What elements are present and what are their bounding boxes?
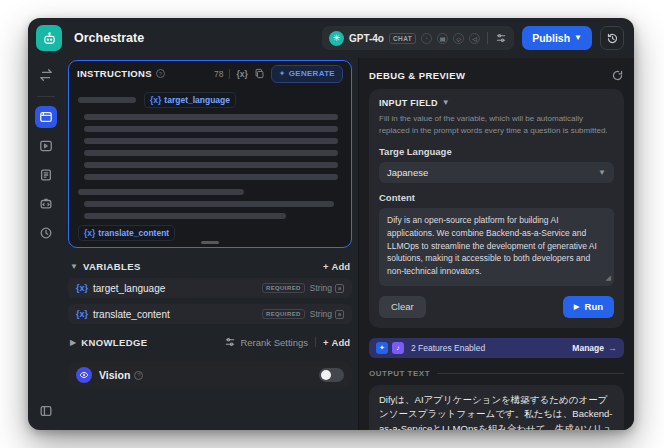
redacted-text-bar [84, 126, 338, 132]
features-count-label: 2 Features Enabled [411, 343, 485, 353]
manage-features-link[interactable]: Manage → [572, 343, 617, 353]
publish-label: Publish [532, 32, 570, 44]
redacted-text-bar [84, 114, 338, 120]
instructions-body[interactable]: {x}target_language {x}translate_content [69, 86, 351, 241]
switch-app-button[interactable] [35, 64, 57, 86]
variable-chip-translate-content[interactable]: {x}translate_content [78, 225, 175, 241]
sliders-icon [224, 336, 236, 348]
variables-section-header: ▼ VARIABLES +Add [68, 254, 352, 278]
string-type-icon: a [335, 310, 344, 319]
play-icon: ▶ [574, 302, 580, 311]
chevron-right-icon[interactable]: ▶ [70, 338, 76, 347]
nav-logs[interactable] [35, 164, 57, 186]
instructions-title: INSTRUCTIONS [77, 68, 152, 79]
copy-icon[interactable] [254, 68, 265, 79]
resize-corner-icon[interactable]: ◢ [606, 273, 611, 284]
sparkle-icon: ✦ [279, 69, 286, 78]
chat-mode-badge: CHAT [389, 33, 416, 44]
variable-row-target-language[interactable]: {x} target_language REQUIRED Stringa [68, 278, 352, 298]
variable-name: target_language [93, 283, 165, 294]
model-params-icon[interactable] [495, 32, 507, 44]
char-count: 78 [214, 69, 223, 79]
chevron-down-icon: ▼ [442, 99, 450, 107]
content-label: Content [379, 192, 614, 203]
help-icon[interactable]: ? [156, 69, 165, 78]
title-bar: Orchestrate ✳ GPT-4o CHAT ◦ ▤ ◇ ◁ Publis… [28, 18, 634, 58]
divider [487, 32, 488, 44]
chevron-down-icon: ▼ [598, 169, 606, 177]
text-to-speech-feature-icon: ♪ [392, 342, 404, 354]
variable-row-translate-content[interactable]: {x} translate_content REQUIRED Stringa [68, 304, 352, 324]
generate-button[interactable]: ✦ GENERATE [271, 65, 343, 83]
divider [37, 96, 55, 97]
target-language-select[interactable]: Japanese ▼ [379, 162, 614, 183]
selected-language: Japanese [387, 167, 428, 178]
chevron-down-icon[interactable]: ▼ [70, 262, 78, 271]
run-button[interactable]: ▶ Run [563, 296, 614, 318]
features-enabled-bar[interactable]: ✦ ♪ 2 Features Enabled Manage → [369, 338, 624, 358]
refresh-icon[interactable] [611, 69, 624, 82]
redacted-text-bar [84, 138, 338, 144]
history-icon [606, 32, 619, 45]
redacted-text-bar [84, 201, 334, 207]
variable-chip-target-language[interactable]: {x}target_language [144, 92, 236, 108]
debug-preview-panel: DEBUG & PREVIEW INPUT FIELD ▼ Fill in th… [358, 58, 634, 430]
vision-icon [76, 367, 92, 383]
required-badge: REQUIRED [262, 283, 305, 293]
content-textarea[interactable]: Dify is an open-source platform for buil… [379, 208, 614, 286]
output-text-title: OUTPUT TEXT [369, 369, 430, 378]
redacted-text-bar [84, 150, 338, 156]
insert-variable-button[interactable]: {x} [236, 69, 247, 79]
vision-label: Vision [99, 369, 130, 381]
redacted-text-bar [84, 213, 286, 219]
help-icon[interactable]: ? [134, 371, 143, 380]
model-feature-icon-2: ▤ [437, 33, 448, 44]
input-field-description: Fill in the value of the variable, which… [379, 113, 614, 137]
nav-history[interactable] [35, 222, 57, 244]
target-language-label: Targe Language [379, 146, 614, 157]
divider [229, 69, 230, 79]
app-logo-icon [36, 25, 62, 51]
plus-icon: + [323, 337, 329, 348]
required-badge: REQUIRED [262, 309, 305, 319]
vision-toggle[interactable] [319, 368, 344, 382]
add-variable-button[interactable]: +Add [323, 261, 350, 272]
chevron-down-icon: ▼ [574, 34, 582, 42]
variable-name: translate_content [93, 309, 170, 320]
vision-feature-row: Vision ? [68, 362, 352, 388]
nav-api[interactable] [35, 193, 57, 215]
collapse-panel-button[interactable] [35, 400, 57, 422]
resize-handle[interactable] [201, 241, 219, 244]
debug-preview-title: DEBUG & PREVIEW [369, 70, 465, 81]
redacted-text-bar [78, 189, 244, 195]
knowledge-section-header: ▶ KNOWLEDGE Rerank Settings +Add [68, 330, 352, 354]
rerank-settings-button[interactable]: Rerank Settings [224, 336, 308, 348]
model-selector[interactable]: ✳ GPT-4o CHAT ◦ ▤ ◇ ◁ [322, 26, 514, 50]
model-name: GPT-4o [349, 33, 384, 44]
orchestrate-panel: INSTRUCTIONS ? 78 {x} ✦ GENERATE {x}targ… [64, 58, 358, 430]
instructions-editor[interactable]: INSTRUCTIONS ? 78 {x} ✦ GENERATE {x}targ… [68, 60, 352, 248]
clear-button[interactable]: Clear [379, 296, 426, 318]
knowledge-title: KNOWLEDGE [81, 337, 147, 348]
add-knowledge-button[interactable]: +Add [323, 337, 350, 348]
generate-label: GENERATE [289, 69, 335, 78]
string-type-icon: a [335, 284, 344, 293]
nav-rail [28, 58, 64, 430]
output-card: Difyは、AIアプリケーションを構築するためのオープンソースプラットフォームで… [369, 385, 624, 430]
openai-icon: ✳ [329, 31, 344, 46]
input-field-header[interactable]: INPUT FIELD ▼ [379, 98, 614, 108]
nav-preview[interactable] [35, 135, 57, 157]
divider [437, 373, 624, 374]
arrow-right-icon: → [608, 343, 617, 353]
nav-orchestrate[interactable] [35, 106, 57, 128]
redacted-text-bar [84, 174, 338, 180]
publish-button[interactable]: Publish ▼ [522, 26, 592, 50]
app-window: Orchestrate ✳ GPT-4o CHAT ◦ ▤ ◇ ◁ Publis… [28, 18, 634, 430]
version-history-button[interactable] [600, 26, 624, 50]
divider [315, 337, 316, 347]
model-feature-icon-4: ◁ [469, 33, 480, 44]
page-title: Orchestrate [74, 31, 144, 45]
redacted-text-bar [78, 97, 136, 103]
plus-icon: + [323, 261, 329, 272]
input-field-card: INPUT FIELD ▼ Fill in the value of the v… [369, 89, 624, 328]
